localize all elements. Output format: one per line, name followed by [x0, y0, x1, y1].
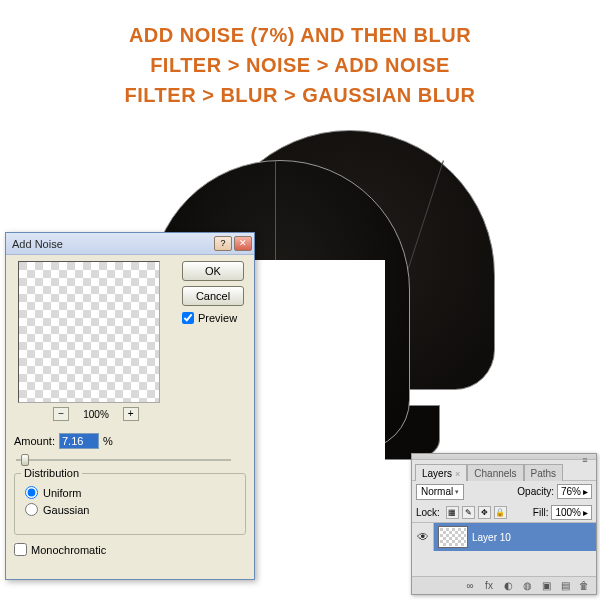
noise-preview[interactable] [18, 261, 160, 403]
lock-paint-icon[interactable]: ✎ [462, 506, 475, 519]
instruction-line: ADD NOISE (7%) AND THEN BLUR [0, 20, 600, 50]
panel-menu-icon[interactable]: ≡ [576, 454, 594, 466]
panel-tabs: Layers× Channels Paths [412, 460, 596, 480]
lock-position-icon[interactable]: ✥ [478, 506, 491, 519]
layer-row[interactable]: 👁 Layer 10 [412, 523, 596, 551]
amount-unit: % [103, 435, 113, 447]
distribution-legend: Distribution [21, 467, 82, 479]
uniform-radio[interactable] [25, 486, 38, 499]
layer-thumbnail[interactable] [438, 526, 468, 548]
add-noise-dialog: Add Noise ? ✕ OK Cancel Preview − 100% +… [5, 232, 255, 580]
fill-label: Fill: [533, 507, 549, 518]
lock-label: Lock: [416, 507, 440, 518]
panel-footer: ∞ fx ◐ ◍ ▣ ▤ 🗑 [412, 576, 596, 594]
visibility-eye-icon[interactable]: 👁 [412, 523, 434, 551]
close-button[interactable]: ✕ [234, 236, 252, 251]
gaussian-radio[interactable] [25, 503, 38, 516]
opacity-input[interactable]: 76%▸ [557, 484, 592, 499]
dialog-title: Add Noise [12, 238, 214, 250]
instruction-line: FILTER > BLUR > GAUSSIAN BLUR [0, 80, 600, 110]
tutorial-instructions: ADD NOISE (7%) AND THEN BLUR FILTER > NO… [0, 20, 600, 110]
dialog-titlebar[interactable]: Add Noise ? ✕ [6, 233, 254, 255]
zoom-in-button[interactable]: + [123, 407, 139, 421]
distribution-group: Distribution Uniform Gaussian [14, 473, 246, 535]
preview-label: Preview [198, 312, 237, 324]
fill-input[interactable]: 100%▸ [551, 505, 592, 520]
monochromatic-checkbox[interactable] [14, 543, 27, 556]
help-button[interactable]: ? [214, 236, 232, 251]
lock-all-icon[interactable]: 🔒 [494, 506, 507, 519]
amount-slider[interactable] [16, 453, 231, 467]
uniform-radio-row[interactable]: Uniform [25, 486, 235, 499]
gaussian-radio-row[interactable]: Gaussian [25, 503, 235, 516]
group-icon[interactable]: ▣ [539, 579, 553, 593]
preview-checkbox[interactable] [182, 312, 194, 324]
amount-label: Amount: [14, 435, 55, 447]
trash-icon[interactable]: 🗑 [577, 579, 591, 593]
lock-transparency-icon[interactable]: ▦ [446, 506, 459, 519]
monochromatic-row[interactable]: Monochromatic [14, 543, 106, 556]
mask-icon[interactable]: ◐ [501, 579, 515, 593]
tab-channels[interactable]: Channels [467, 464, 523, 481]
new-layer-icon[interactable]: ▤ [558, 579, 572, 593]
layer-name: Layer 10 [472, 532, 511, 543]
fx-icon[interactable]: fx [482, 579, 496, 593]
adjustment-icon[interactable]: ◍ [520, 579, 534, 593]
slider-thumb[interactable] [21, 454, 29, 466]
tab-layers[interactable]: Layers× [415, 464, 467, 481]
zoom-out-button[interactable]: − [53, 407, 69, 421]
layers-panel: ≡ Layers× Channels Paths Normal▾ Opacity… [411, 453, 597, 595]
tab-paths[interactable]: Paths [524, 464, 564, 481]
blend-mode-select[interactable]: Normal▾ [416, 484, 464, 500]
cancel-button[interactable]: Cancel [182, 286, 244, 306]
opacity-label: Opacity: [517, 486, 554, 497]
canvas-mask-overlay [255, 260, 385, 460]
ok-button[interactable]: OK [182, 261, 244, 281]
instruction-line: FILTER > NOISE > ADD NOISE [0, 50, 600, 80]
amount-input[interactable] [59, 433, 99, 449]
zoom-level: 100% [83, 409, 109, 420]
preview-checkbox-row[interactable]: Preview [182, 312, 244, 324]
link-layers-icon[interactable]: ∞ [463, 579, 477, 593]
